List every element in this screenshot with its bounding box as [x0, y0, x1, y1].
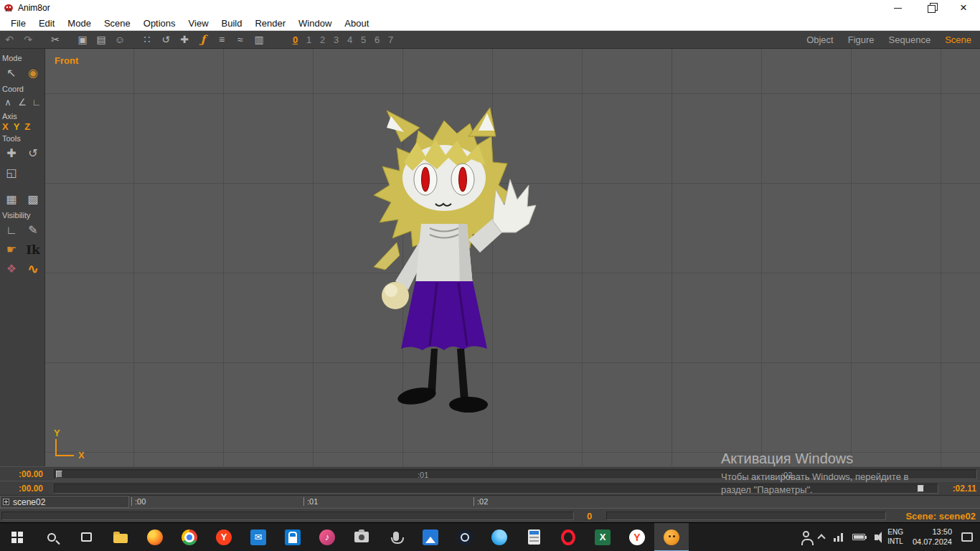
- calculator-button[interactable]: [517, 523, 551, 551]
- timeline-scrollbar-top[interactable]: :01 :02: [54, 469, 977, 479]
- frame-button-3[interactable]: 3: [329, 34, 343, 45]
- menu-about[interactable]: About: [338, 17, 375, 29]
- rotate-tool-icon[interactable]: ↺: [22, 144, 44, 163]
- edit-pencil-icon[interactable]: ✎: [22, 221, 44, 240]
- menu-edit[interactable]: Edit: [32, 17, 61, 29]
- frame-button-0[interactable]: 0: [288, 34, 302, 45]
- file-explorer-button[interactable]: [103, 523, 138, 551]
- chrome-button[interactable]: [172, 523, 207, 551]
- tab-scene[interactable]: Scene: [945, 34, 971, 45]
- move-tool-icon[interactable]: ✚: [1, 144, 22, 163]
- timeline-bottom-handle[interactable]: [918, 485, 924, 492]
- elements-grid-icon[interactable]: ∷: [138, 31, 156, 49]
- people-icon[interactable]: [803, 531, 809, 537]
- task-view-button[interactable]: [69, 523, 103, 551]
- screen-coord-icon[interactable]: ∟: [29, 93, 44, 111]
- frame-button-1[interactable]: 1: [302, 34, 316, 45]
- language-secondary: INTL: [887, 537, 903, 547]
- frame-button-5[interactable]: 5: [357, 34, 370, 45]
- yandex-app-button[interactable]: Y: [620, 523, 654, 551]
- tab-sequence[interactable]: Sequence: [889, 34, 931, 45]
- axis-x-toggle[interactable]: X: [2, 121, 9, 132]
- anim8or-taskbar-button[interactable]: [654, 523, 689, 551]
- minimize-button[interactable]: [881, 0, 914, 16]
- ik-tool-button[interactable]: Ik: [22, 240, 44, 259]
- copy-icon[interactable]: ▣: [73, 31, 92, 49]
- battery-icon[interactable]: [852, 534, 865, 540]
- menu-scene[interactable]: Scene: [98, 17, 137, 29]
- axis-lock-icon[interactable]: ∟: [1, 221, 22, 240]
- axis-y-toggle[interactable]: Y: [14, 121, 20, 132]
- select-arrow-icon[interactable]: ↖: [1, 64, 22, 83]
- keyframe-icon[interactable]: ƒ: [194, 31, 212, 49]
- axis-z-toggle[interactable]: Z: [24, 121, 30, 132]
- track-header[interactable]: scene02: [0, 496, 129, 508]
- voice-recorder-button[interactable]: [379, 523, 413, 551]
- frame-button-7[interactable]: 7: [384, 34, 397, 45]
- frame-slider[interactable]: [1, 512, 574, 520]
- scale-tool-icon[interactable]: ◱: [1, 164, 22, 182]
- character-model[interactable]: [316, 105, 553, 413]
- minimize-icon: [894, 8, 902, 9]
- opera-button[interactable]: [551, 523, 585, 551]
- menu-file[interactable]: File: [4, 17, 32, 29]
- volume-icon[interactable]: [875, 534, 878, 540]
- start-button[interactable]: [0, 523, 34, 551]
- grid-snap-icon[interactable]: ▦: [1, 190, 22, 209]
- graph-editor-icon[interactable]: ≈: [231, 31, 250, 49]
- timeline-scrollbar-bottom[interactable]: [54, 484, 938, 494]
- firefox-button[interactable]: [138, 523, 172, 551]
- tray-date: 04.07.2024: [913, 537, 952, 547]
- cut-icon[interactable]: ✂: [46, 31, 65, 49]
- frame-button-2[interactable]: 2: [316, 34, 329, 45]
- camera-button[interactable]: [344, 523, 379, 551]
- menu-build[interactable]: Build: [215, 17, 249, 29]
- paste-icon[interactable]: ▤: [92, 31, 110, 49]
- photos-button[interactable]: [413, 523, 448, 551]
- path-tool-icon[interactable]: ∿: [22, 260, 44, 278]
- expand-icon[interactable]: [3, 499, 9, 505]
- undo-icon[interactable]: ↶: [0, 31, 19, 49]
- yandex-browser-button[interactable]: Y: [207, 523, 241, 551]
- steam-button[interactable]: [448, 523, 482, 551]
- redo-icon[interactable]: ↷: [19, 31, 37, 49]
- store-button[interactable]: [275, 523, 310, 551]
- opera-icon: [561, 529, 575, 545]
- world-coord-icon[interactable]: ∧: [1, 93, 15, 111]
- tray-expand-icon[interactable]: [818, 534, 826, 542]
- rotate-view-icon[interactable]: ↺: [156, 31, 175, 49]
- axis-section-label: Axis: [0, 110, 44, 121]
- track-list-icon[interactable]: ≡: [212, 31, 231, 49]
- hand-tool-icon[interactable]: ☛: [1, 240, 22, 259]
- mail-button[interactable]: ✉: [241, 523, 275, 551]
- language-indicator[interactable]: ENG INTL: [887, 528, 903, 546]
- timeline-top-handle[interactable]: [56, 471, 62, 478]
- frame-button-4[interactable]: 4: [343, 34, 357, 45]
- clock[interactable]: 13:50 04.07.2024: [913, 527, 952, 547]
- blue-app-button[interactable]: [482, 523, 517, 551]
- restore-button[interactable]: [914, 0, 947, 16]
- tab-object[interactable]: Object: [806, 34, 834, 45]
- figure-tool-icon[interactable]: ❖: [1, 260, 22, 278]
- search-button[interactable]: [34, 523, 69, 551]
- grid-select-icon[interactable]: ▩: [22, 190, 44, 209]
- network-signal-icon[interactable]: [834, 533, 843, 542]
- panel-icon[interactable]: ▥: [250, 31, 268, 49]
- menu-view[interactable]: View: [182, 17, 215, 29]
- scene-viewport[interactable]: Front: [44, 49, 980, 466]
- tab-figure[interactable]: Figure: [848, 34, 875, 45]
- eye-icon[interactable]: ◉: [22, 64, 44, 83]
- material-icon[interactable]: ☺: [110, 31, 129, 49]
- menu-render[interactable]: Render: [248, 17, 292, 29]
- move-view-icon[interactable]: ✚: [175, 31, 194, 49]
- menu-options[interactable]: Options: [137, 17, 182, 29]
- frame-button-6[interactable]: 6: [370, 34, 384, 45]
- music-button[interactable]: ♪: [310, 523, 344, 551]
- mode-section-label: Mode: [0, 52, 44, 63]
- object-coord-icon[interactable]: ∠: [15, 93, 29, 111]
- notification-center-icon[interactable]: [961, 532, 973, 542]
- menu-mode[interactable]: Mode: [61, 17, 98, 29]
- menu-window[interactable]: Window: [292, 17, 338, 29]
- close-button[interactable]: ×: [947, 0, 980, 16]
- excel-button[interactable]: X: [585, 523, 620, 551]
